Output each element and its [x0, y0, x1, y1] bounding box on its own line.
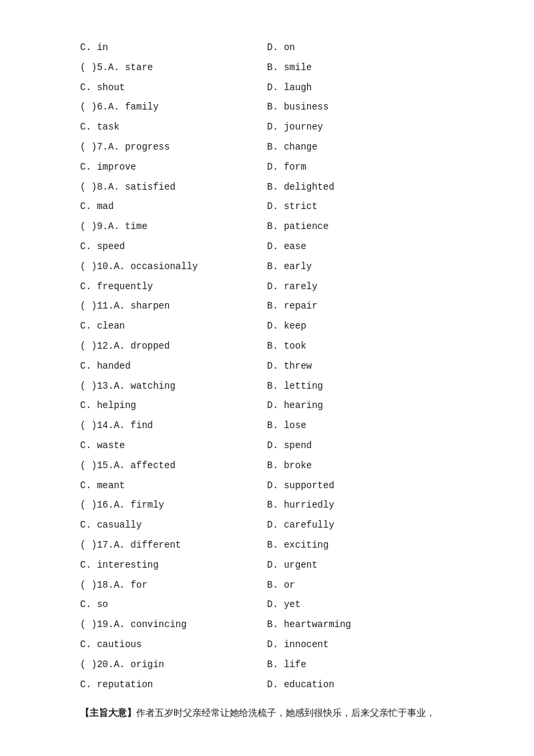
left-option: ( )12.A. dropped: [80, 339, 267, 355]
table-row: C. meantD. supported: [80, 478, 454, 494]
table-row: C. interestingD. urgent: [80, 558, 454, 574]
table-row: ( )6.A. familyB. business: [80, 100, 454, 116]
right-option: D. form: [267, 160, 454, 176]
left-option: ( )18.A. for: [80, 578, 267, 594]
table-row: ( )12.A. droppedB. took: [80, 339, 454, 355]
summary-label: 【主旨大意】: [80, 708, 136, 718]
right-option: D. supported: [267, 478, 454, 494]
right-option: B. patience: [267, 219, 454, 235]
left-option: ( )14.A. find: [80, 418, 267, 434]
left-option: C. improve: [80, 160, 267, 176]
left-option: ( )19.A. convincing: [80, 617, 267, 633]
table-row: C. helpingD. hearing: [80, 398, 454, 414]
table-row: C. casuallyD. carefully: [80, 518, 454, 534]
left-option: C. reputation: [80, 677, 267, 693]
table-row: ( )10.A. occasionallyB. early: [80, 259, 454, 275]
right-option: B. letting: [267, 379, 454, 395]
table-row: ( )18.A. forB. or: [80, 578, 454, 594]
left-option: C. speed: [80, 239, 267, 255]
right-option: D. laugh: [267, 80, 454, 96]
table-row: ( )5.A. stareB. smile: [80, 60, 454, 76]
right-option: B. smile: [267, 60, 454, 76]
table-row: C. frequentlyD. rarely: [80, 279, 454, 295]
left-option: C. in: [80, 40, 267, 56]
table-row: C. soD. yet: [80, 597, 454, 613]
left-option: C. frequently: [80, 279, 267, 295]
right-option: D. on: [267, 40, 454, 56]
right-option: D. hearing: [267, 398, 454, 414]
table-row: ( )19.A. convincingB. heartwarming: [80, 617, 454, 633]
table-row: ( )7.A. progressB. change: [80, 140, 454, 156]
right-option: D. strict: [267, 199, 454, 215]
left-option: ( )15.A. affected: [80, 458, 267, 474]
right-option: B. early: [267, 259, 454, 275]
left-option: ( )9.A. time: [80, 219, 267, 235]
right-option: B. change: [267, 140, 454, 156]
left-option: ( )6.A. family: [80, 100, 267, 116]
left-option: ( )11.A. sharpen: [80, 299, 267, 315]
right-option: D. threw: [267, 359, 454, 375]
right-option: B. exciting: [267, 538, 454, 554]
left-option: ( )16.A. firmly: [80, 498, 267, 514]
table-row: ( )17.A. differentB. exciting: [80, 538, 454, 554]
table-row: C. inD. on: [80, 40, 454, 56]
table-row: C. handedD. threw: [80, 359, 454, 375]
left-option: ( )10.A. occasionally: [80, 259, 267, 275]
left-option: C. task: [80, 120, 267, 136]
right-option: D. innocent: [267, 637, 454, 653]
summary-section: 【主旨大意】作者五岁时父亲经常让她给洗梳子，她感到很快乐，后来父亲忙于事业，: [80, 705, 454, 721]
right-option: B. broke: [267, 458, 454, 474]
left-option: C. interesting: [80, 558, 267, 574]
right-option: B. business: [267, 100, 454, 116]
right-option: D. rarely: [267, 279, 454, 295]
right-option: D. spend: [267, 438, 454, 454]
left-option: C. waste: [80, 438, 267, 454]
left-option: ( )13.A. watching: [80, 379, 267, 395]
question-list: C. inD. on( )5.A. stareB. smileC. shoutD…: [80, 40, 454, 693]
left-option: ( )7.A. progress: [80, 140, 267, 156]
summary-text: 作者五岁时父亲经常让她给洗梳子，她感到很快乐，后来父亲忙于事业，: [136, 708, 435, 718]
left-option: C. helping: [80, 398, 267, 414]
left-option: C. mad: [80, 199, 267, 215]
table-row: C. improveD. form: [80, 160, 454, 176]
table-row: C. wasteD. spend: [80, 438, 454, 454]
table-row: ( )9.A. timeB. patience: [80, 219, 454, 235]
left-option: ( )20.A. origin: [80, 657, 267, 673]
table-row: ( )13.A. watchingB. letting: [80, 379, 454, 395]
table-row: ( )15.A. affectedB. broke: [80, 458, 454, 474]
table-row: ( )14.A. findB. lose: [80, 418, 454, 434]
right-option: B. life: [267, 657, 454, 673]
right-option: D. urgent: [267, 558, 454, 574]
right-option: B. or: [267, 578, 454, 594]
right-option: B. lose: [267, 418, 454, 434]
table-row: ( )16.A. firmlyB. hurriedly: [80, 498, 454, 514]
left-option: C. cautious: [80, 637, 267, 653]
left-option: C. casually: [80, 518, 267, 534]
right-option: D. journey: [267, 120, 454, 136]
table-row: C. speedD. ease: [80, 239, 454, 255]
left-option: C. meant: [80, 478, 267, 494]
table-row: ( )8.A. satisfiedB. delighted: [80, 180, 454, 196]
left-option: C. clean: [80, 319, 267, 335]
table-row: C. shoutD. laugh: [80, 80, 454, 96]
right-option: D. carefully: [267, 518, 454, 534]
table-row: C. madD. strict: [80, 199, 454, 215]
right-option: B. hurriedly: [267, 498, 454, 514]
table-row: C. taskD. journey: [80, 120, 454, 136]
right-option: B. took: [267, 339, 454, 355]
left-option: C. so: [80, 597, 267, 613]
right-option: B. repair: [267, 299, 454, 315]
right-option: D. ease: [267, 239, 454, 255]
table-row: C. cleanD. keep: [80, 319, 454, 335]
table-row: ( )11.A. sharpenB. repair: [80, 299, 454, 315]
left-option: ( )17.A. different: [80, 538, 267, 554]
right-option: D. keep: [267, 319, 454, 335]
table-row: C. cautiousD. innocent: [80, 637, 454, 653]
right-option: B. heartwarming: [267, 617, 454, 633]
left-option: C. handed: [80, 359, 267, 375]
right-option: B. delighted: [267, 180, 454, 196]
table-row: C. reputationD. education: [80, 677, 454, 693]
right-option: D. education: [267, 677, 454, 693]
left-option: ( )5.A. stare: [80, 60, 267, 76]
left-option: ( )8.A. satisfied: [80, 180, 267, 196]
